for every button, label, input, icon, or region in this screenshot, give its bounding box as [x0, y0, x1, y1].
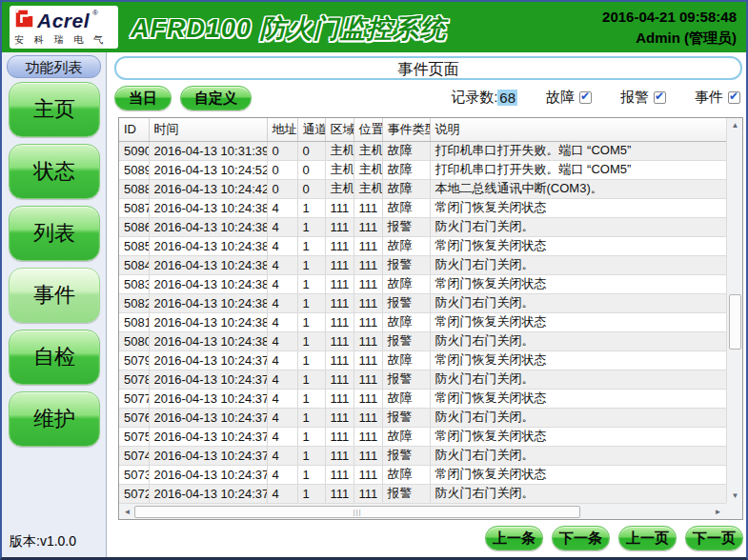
registered-mark: ® — [92, 9, 98, 17]
table-row[interactable]: 50762016-04-13 10:24:37.65741111111报警防火门… — [119, 408, 726, 427]
table-cell: 111 — [325, 370, 354, 389]
table-row[interactable]: 50752016-04-13 10:24:37.54341111111故障常闭门… — [119, 427, 726, 446]
alarm-checkbox[interactable]: ✔ — [654, 91, 666, 104]
table-cell: 111 — [325, 484, 354, 503]
pager: 上一条下一条上一页下一页 — [107, 526, 743, 550]
table-cell: 主机 — [325, 160, 354, 179]
table-cell: 5074 — [119, 446, 149, 465]
acrel-logo: Acrel ® 安 科 瑞 电 气 — [10, 6, 118, 49]
table-cell: 1 — [297, 350, 325, 370]
table-cell: 报警 — [382, 446, 430, 465]
table-cell: 111 — [325, 446, 354, 465]
horizontal-scrollbar-thumb[interactable]: ||| — [134, 506, 580, 518]
prev-page-button[interactable]: 上一页 — [618, 526, 677, 550]
table-row[interactable]: 50792016-04-13 10:24:37.88041111111故障常闭门… — [119, 350, 726, 370]
table-cell: 5090 — [119, 141, 149, 160]
table-cell: 4 — [267, 217, 297, 236]
table-cell: 2016-04-13 10:31:39.290 — [149, 141, 267, 160]
table-cell: 111 — [354, 389, 382, 408]
table-cell: 5072 — [119, 484, 149, 503]
table-cell: 111 — [325, 331, 354, 350]
table-cell: 报警 — [382, 217, 430, 236]
table-row[interactable]: 50812016-04-13 10:24:38.12041111111故障常闭门… — [119, 312, 726, 331]
table-cell: 2016-04-13 10:24:38.467 — [149, 274, 267, 293]
table-cell: 111 — [354, 217, 382, 236]
table-cell: 1 — [297, 408, 325, 427]
today-button[interactable]: 当日 — [114, 86, 172, 110]
table-cell: 故障 — [382, 350, 430, 370]
table-cell: 4 — [267, 427, 297, 446]
table-cell: 111 — [354, 236, 382, 255]
table-cell: 1 — [297, 427, 325, 446]
table-cell: 2016-04-13 10:24:37.487 — [149, 446, 267, 465]
table-cell: 2016-04-13 10:24:37.253 — [149, 484, 267, 503]
table-cell: 4 — [267, 274, 297, 293]
table-cell: 1 — [297, 217, 325, 236]
vertical-scrollbar[interactable]: ▲ ▼ — [726, 118, 742, 503]
table-cell: 111 — [354, 274, 382, 293]
table-cell: 111 — [325, 293, 354, 312]
sidebar-item-events[interactable]: 事件 — [9, 268, 100, 323]
table-row[interactable]: 50852016-04-13 10:24:38.70041111111故障常闭门… — [119, 236, 726, 255]
table-row[interactable]: 50832016-04-13 10:24:38.46741111111故障常闭门… — [119, 274, 726, 293]
table-row[interactable]: 50772016-04-13 10:24:37.71041111111故障常闭门… — [119, 389, 726, 408]
prev-record-button[interactable]: 上一条 — [485, 526, 543, 550]
table-cell: 4 — [267, 408, 297, 427]
table-cell: 5075 — [119, 427, 149, 446]
brand-subtitle: 安 科 瑞 电 气 — [14, 33, 113, 47]
scroll-right-arrow-icon[interactable]: ► — [710, 504, 726, 520]
sidebar-item-selfcheck[interactable]: 自检 — [9, 330, 100, 385]
table-row[interactable]: 50802016-04-13 10:24:38.02741111111报警防火门… — [119, 331, 726, 350]
table-cell: 报警 — [382, 293, 430, 312]
next-page-button[interactable]: 下一页 — [685, 526, 743, 550]
event-type-filters: 故障✔报警✔事件✔ — [517, 89, 740, 107]
table-row[interactable]: 50842016-04-13 10:24:38.63041111111报警防火门… — [119, 255, 726, 274]
table-cell: 常闭门恢复关闭状态 — [430, 274, 726, 293]
fault-checkbox[interactable]: ✔ — [579, 91, 592, 104]
event-checkbox[interactable]: ✔ — [728, 91, 740, 104]
sidebar-item-status[interactable]: 状态 — [9, 144, 100, 199]
custom-button[interactable]: 自定义 — [180, 86, 252, 110]
table-row[interactable]: 50782016-04-13 10:24:37.82341111111报警防火门… — [119, 370, 726, 389]
table-cell: 5073 — [119, 465, 149, 484]
table-row[interactable]: 50882016-04-13 10:24:42.09000主机主机故障本地二总线… — [119, 179, 726, 198]
scroll-down-arrow-icon[interactable]: ▼ — [727, 489, 743, 503]
scroll-up-arrow-icon[interactable]: ▲ — [727, 118, 743, 132]
table-cell: 2016-04-13 10:24:38.977 — [149, 198, 267, 217]
table-cell: 5085 — [119, 236, 149, 255]
table-cell: 本地二总线通讯中断(COM3)。 — [430, 179, 726, 198]
table-cell: 111 — [354, 331, 382, 350]
table-cell: 2016-04-13 10:24:37.880 — [149, 350, 267, 370]
next-record-button[interactable]: 下一条 — [552, 526, 610, 550]
current-user-label: Admin (管理员) — [602, 28, 737, 49]
table-row[interactable]: 50862016-04-13 10:24:38.92741111111报警防火门… — [119, 217, 726, 236]
version-label: 版本:v1.0.0 — [10, 533, 76, 550]
sidebar-item-list[interactable]: 列表 — [9, 206, 100, 261]
table-row[interactable]: 50722016-04-13 10:24:37.25341111111报警防火门… — [119, 484, 726, 503]
table-row[interactable]: 50822016-04-13 10:24:38.40741111111报警防火门… — [119, 293, 726, 312]
sidebar: 功能列表 主页状态列表事件自检维护 版本:v1.0.0 — [2, 52, 107, 559]
table-cell: 5077 — [119, 389, 149, 408]
scroll-left-arrow-icon[interactable]: ◄ — [119, 504, 135, 520]
sidebar-item-home[interactable]: 主页 — [9, 82, 100, 137]
check-icon: ✔ — [655, 90, 664, 103]
sidebar-item-maintain[interactable]: 维护 — [9, 391, 100, 447]
table-cell: 2016-04-13 10:24:38.927 — [149, 217, 267, 236]
table-row[interactable]: 50732016-04-13 10:24:37.32741111111故障常闭门… — [119, 465, 726, 484]
table-row[interactable]: 50892016-04-13 10:24:52.20000主机主机故障打印机串口… — [119, 160, 726, 179]
table-row[interactable]: 50742016-04-13 10:24:37.48741111111报警防火门… — [119, 446, 726, 465]
sidebar-nav: 主页状态列表事件自检维护 — [2, 82, 107, 453]
column-header: 位置 — [354, 118, 382, 141]
table-row[interactable]: 50902016-04-13 10:31:39.29000主机主机故障打印机串口… — [119, 141, 726, 160]
table-cell: 111 — [354, 293, 382, 312]
table-cell: 5087 — [119, 198, 149, 217]
record-count-field[interactable]: 68 — [497, 90, 517, 106]
table-row[interactable]: 50872016-04-13 10:24:38.97741111111故障常闭门… — [119, 198, 726, 217]
table-cell: 常闭门恢复关闭状态 — [430, 312, 726, 331]
horizontal-scrollbar[interactable]: ◄ ||| ► — [119, 503, 726, 519]
table-cell: 0 — [297, 141, 325, 160]
datetime-label: 2016-04-21 09:58:48 — [602, 7, 737, 28]
table-cell: 111 — [354, 350, 382, 370]
header: Acrel ® 安 科 瑞 电 气 AFRD100 防火门监控系统 2016-0… — [2, 2, 746, 52]
vertical-scrollbar-thumb[interactable] — [729, 294, 741, 350]
